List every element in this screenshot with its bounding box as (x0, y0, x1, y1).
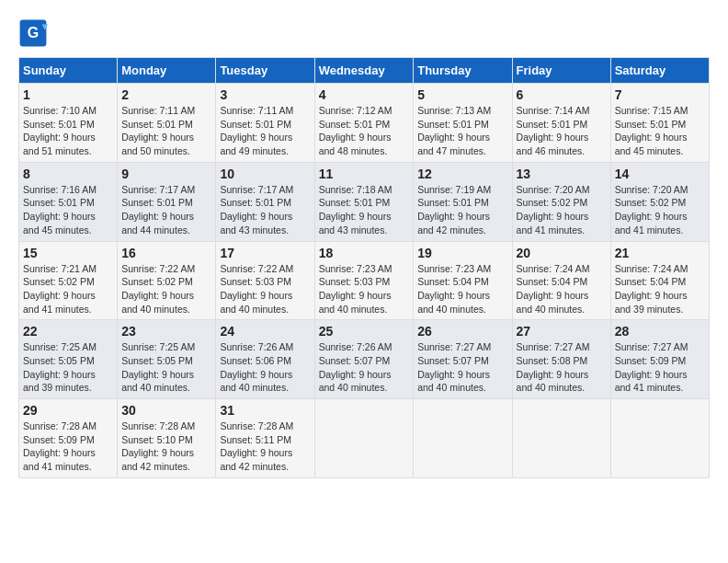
day-info: Sunrise: 7:21 AM Sunset: 5:02 PM Dayligh… (23, 262, 113, 316)
day-info: Sunrise: 7:17 AM Sunset: 5:01 PM Dayligh… (220, 183, 310, 237)
day-number: 1 (23, 87, 113, 102)
calendar-header-cell: Sunday (19, 58, 118, 84)
calendar-day-cell: 21Sunrise: 7:24 AM Sunset: 5:04 PM Dayli… (610, 241, 709, 320)
calendar-day-cell: 20Sunrise: 7:24 AM Sunset: 5:04 PM Dayli… (512, 241, 610, 320)
calendar-week-row: 8Sunrise: 7:16 AM Sunset: 5:01 PM Daylig… (19, 162, 710, 241)
day-info: Sunrise: 7:24 AM Sunset: 5:04 PM Dayligh… (615, 262, 705, 316)
calendar-day-cell: 4Sunrise: 7:12 AM Sunset: 5:01 PM Daylig… (314, 84, 414, 163)
day-number: 16 (121, 246, 211, 260)
calendar-header-cell: Wednesday (314, 58, 414, 84)
calendar-day-cell: 1Sunrise: 7:10 AM Sunset: 5:01 PM Daylig… (19, 84, 118, 163)
day-info: Sunrise: 7:20 AM Sunset: 5:02 PM Dayligh… (517, 183, 607, 237)
calendar-day-cell: 26Sunrise: 7:27 AM Sunset: 5:07 PM Dayli… (414, 320, 512, 399)
calendar-day-cell: 22Sunrise: 7:25 AM Sunset: 5:05 PM Dayli… (19, 320, 118, 399)
day-number: 19 (417, 246, 507, 260)
day-info: Sunrise: 7:15 AM Sunset: 5:01 PM Dayligh… (615, 104, 705, 158)
calendar-day-cell: 30Sunrise: 7:28 AM Sunset: 5:10 PM Dayli… (118, 399, 216, 478)
page-header: G (18, 18, 710, 48)
calendar-day-cell: 3Sunrise: 7:11 AM Sunset: 5:01 PM Daylig… (216, 84, 314, 163)
day-number: 13 (517, 167, 607, 181)
day-number: 6 (517, 87, 607, 102)
calendar-day-cell: 9Sunrise: 7:17 AM Sunset: 5:01 PM Daylig… (118, 162, 216, 241)
calendar-day-cell: 24Sunrise: 7:26 AM Sunset: 5:06 PM Dayli… (216, 320, 314, 399)
day-number: 27 (517, 324, 607, 339)
day-number: 12 (417, 167, 507, 181)
calendar-header-row: SundayMondayTuesdayWednesdayThursdayFrid… (19, 58, 710, 84)
calendar-header-cell: Tuesday (216, 58, 314, 84)
day-info: Sunrise: 7:23 AM Sunset: 5:04 PM Dayligh… (417, 262, 507, 316)
day-info: Sunrise: 7:13 AM Sunset: 5:01 PM Dayligh… (417, 104, 507, 158)
calendar-day-cell: 27Sunrise: 7:27 AM Sunset: 5:08 PM Dayli… (512, 320, 610, 399)
calendar-body: 1Sunrise: 7:10 AM Sunset: 5:01 PM Daylig… (19, 84, 710, 478)
day-info: Sunrise: 7:28 AM Sunset: 5:10 PM Dayligh… (121, 419, 211, 474)
calendar-day-cell: 25Sunrise: 7:26 AM Sunset: 5:07 PM Dayli… (314, 320, 414, 399)
calendar-table: SundayMondayTuesdayWednesdayThursdayFrid… (18, 57, 710, 478)
calendar-day-cell: 23Sunrise: 7:25 AM Sunset: 5:05 PM Dayli… (118, 320, 216, 399)
day-number: 5 (417, 87, 507, 102)
day-number: 30 (121, 403, 211, 418)
day-number: 17 (220, 246, 310, 260)
calendar-day-cell (512, 399, 610, 478)
day-number: 9 (121, 167, 211, 181)
calendar-day-cell: 31Sunrise: 7:28 AM Sunset: 5:11 PM Dayli… (216, 399, 314, 478)
calendar-day-cell: 14Sunrise: 7:20 AM Sunset: 5:02 PM Dayli… (610, 162, 709, 241)
calendar-day-cell: 29Sunrise: 7:28 AM Sunset: 5:09 PM Dayli… (19, 399, 118, 478)
calendar-day-cell: 17Sunrise: 7:22 AM Sunset: 5:03 PM Dayli… (216, 241, 314, 320)
calendar-day-cell: 5Sunrise: 7:13 AM Sunset: 5:01 PM Daylig… (414, 84, 512, 163)
day-info: Sunrise: 7:20 AM Sunset: 5:02 PM Dayligh… (615, 183, 705, 237)
day-number: 24 (220, 324, 310, 339)
day-number: 18 (319, 246, 410, 260)
calendar-day-cell: 8Sunrise: 7:16 AM Sunset: 5:01 PM Daylig… (19, 162, 118, 241)
day-number: 4 (319, 87, 410, 102)
day-info: Sunrise: 7:18 AM Sunset: 5:01 PM Dayligh… (319, 183, 410, 237)
calendar-day-cell: 2Sunrise: 7:11 AM Sunset: 5:01 PM Daylig… (118, 84, 216, 163)
calendar-day-cell: 6Sunrise: 7:14 AM Sunset: 5:01 PM Daylig… (512, 84, 610, 163)
calendar-header-cell: Monday (118, 58, 216, 84)
day-info: Sunrise: 7:27 AM Sunset: 5:07 PM Dayligh… (417, 340, 507, 395)
day-number: 28 (615, 324, 705, 339)
calendar-week-row: 22Sunrise: 7:25 AM Sunset: 5:05 PM Dayli… (19, 320, 710, 399)
svg-text:G: G (28, 25, 39, 40)
day-info: Sunrise: 7:28 AM Sunset: 5:09 PM Dayligh… (23, 419, 113, 474)
calendar-day-cell: 10Sunrise: 7:17 AM Sunset: 5:01 PM Dayli… (216, 162, 314, 241)
calendar-week-row: 29Sunrise: 7:28 AM Sunset: 5:09 PM Dayli… (19, 399, 710, 478)
calendar-day-cell (314, 399, 414, 478)
day-number: 14 (615, 167, 705, 181)
day-number: 11 (319, 167, 410, 181)
calendar-day-cell: 16Sunrise: 7:22 AM Sunset: 5:02 PM Dayli… (118, 241, 216, 320)
calendar-day-cell: 7Sunrise: 7:15 AM Sunset: 5:01 PM Daylig… (610, 84, 709, 163)
day-info: Sunrise: 7:16 AM Sunset: 5:01 PM Dayligh… (23, 183, 113, 237)
calendar-day-cell: 19Sunrise: 7:23 AM Sunset: 5:04 PM Dayli… (414, 241, 512, 320)
logo: G (18, 18, 51, 48)
calendar-week-row: 1Sunrise: 7:10 AM Sunset: 5:01 PM Daylig… (19, 84, 710, 163)
calendar-day-cell: 28Sunrise: 7:27 AM Sunset: 5:09 PM Dayli… (610, 320, 709, 399)
calendar-day-cell: 13Sunrise: 7:20 AM Sunset: 5:02 PM Dayli… (512, 162, 610, 241)
day-info: Sunrise: 7:11 AM Sunset: 5:01 PM Dayligh… (121, 104, 211, 158)
day-info: Sunrise: 7:27 AM Sunset: 5:08 PM Dayligh… (517, 340, 607, 395)
day-number: 15 (23, 246, 113, 260)
calendar-header-cell: Saturday (610, 58, 709, 84)
day-number: 26 (417, 324, 507, 339)
day-info: Sunrise: 7:17 AM Sunset: 5:01 PM Dayligh… (121, 183, 211, 237)
calendar-day-cell (610, 399, 709, 478)
day-number: 22 (23, 324, 113, 339)
day-number: 31 (220, 403, 310, 418)
calendar-day-cell: 15Sunrise: 7:21 AM Sunset: 5:02 PM Dayli… (19, 241, 118, 320)
day-number: 3 (220, 87, 310, 102)
day-number: 23 (121, 324, 211, 339)
calendar-day-cell: 18Sunrise: 7:23 AM Sunset: 5:03 PM Dayli… (314, 241, 414, 320)
day-info: Sunrise: 7:14 AM Sunset: 5:01 PM Dayligh… (517, 104, 607, 158)
day-number: 7 (615, 87, 705, 102)
day-info: Sunrise: 7:12 AM Sunset: 5:01 PM Dayligh… (319, 104, 410, 158)
day-number: 25 (319, 324, 410, 339)
calendar-day-cell: 11Sunrise: 7:18 AM Sunset: 5:01 PM Dayli… (314, 162, 414, 241)
day-number: 29 (23, 403, 113, 418)
calendar-day-cell: 12Sunrise: 7:19 AM Sunset: 5:01 PM Dayli… (414, 162, 512, 241)
day-number: 8 (23, 167, 113, 181)
day-info: Sunrise: 7:11 AM Sunset: 5:01 PM Dayligh… (220, 104, 310, 158)
day-number: 21 (615, 246, 705, 260)
day-info: Sunrise: 7:19 AM Sunset: 5:01 PM Dayligh… (417, 183, 507, 237)
calendar-header-cell: Friday (512, 58, 610, 84)
day-info: Sunrise: 7:22 AM Sunset: 5:02 PM Dayligh… (121, 262, 211, 316)
day-number: 20 (517, 246, 607, 260)
